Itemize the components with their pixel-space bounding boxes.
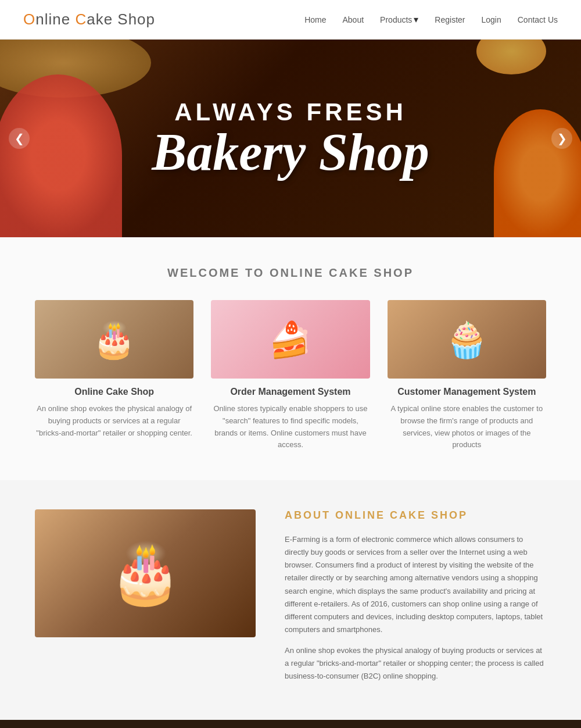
hero-content: ALWAYS FRESH Bakery Shop bbox=[152, 98, 429, 179]
nav-products-label[interactable]: Products bbox=[380, 15, 412, 24]
hero-next-button[interactable]: ❯ bbox=[551, 128, 572, 149]
welcome-title: WELCOME TO ONLINE CAKE SHOP bbox=[35, 266, 546, 280]
hero-banner: ❮ ALWAYS FRESH Bakery Shop ❯ bbox=[0, 40, 581, 237]
hero-prev-button[interactable]: ❮ bbox=[9, 128, 30, 149]
feature-desc-cake-shop: An online shop evokes the physical analo… bbox=[35, 403, 193, 439]
site-logo: Online Cake Shop bbox=[23, 10, 155, 28]
about-text-block: ABOUT ONLINE CAKE SHOP E-Farming is a fo… bbox=[285, 509, 546, 691]
hero-tagline: ALWAYS FRESH bbox=[152, 98, 429, 126]
nav-login[interactable]: Login bbox=[481, 15, 501, 24]
feature-card-cake-shop: Online Cake Shop An online shop evokes t… bbox=[35, 300, 193, 451]
chevron-down-icon: ▾ bbox=[414, 14, 418, 25]
features-grid: Online Cake Shop An online shop evokes t… bbox=[35, 300, 546, 451]
welcome-section: WELCOME TO ONLINE CAKE SHOP Online Cake … bbox=[0, 237, 581, 480]
feature-title-order-mgmt: Order Management System bbox=[211, 387, 370, 397]
about-paragraph-2: An online shop evokes the physical analo… bbox=[285, 644, 546, 683]
feature-image-cake-shop bbox=[35, 300, 193, 379]
about-title: ABOUT ONLINE CAKE SHOP bbox=[285, 509, 546, 522]
feature-desc-order-mgmt: Online stores typically enable shoppers … bbox=[211, 403, 370, 451]
about-paragraph-1: E-Farming is a form of electronic commer… bbox=[285, 533, 546, 636]
header: Online Cake Shop Home About Products ▾ R… bbox=[0, 0, 581, 40]
nav-register[interactable]: Register bbox=[435, 15, 465, 24]
about-section: ABOUT ONLINE CAKE SHOP E-Farming is a fo… bbox=[0, 480, 581, 720]
about-image bbox=[35, 509, 256, 637]
nav-contact[interactable]: Contact Us bbox=[518, 15, 558, 24]
feature-card-customer-mgmt: Customer Management System A typical onl… bbox=[388, 300, 546, 451]
feature-desc-customer-mgmt: A typical online store enables the custo… bbox=[388, 403, 546, 451]
feature-image-customer-mgmt bbox=[388, 300, 546, 379]
nav-products-dropdown[interactable]: Products ▾ bbox=[380, 14, 418, 25]
main-nav: Home About Products ▾ Register Login Con… bbox=[304, 14, 558, 25]
feature-title-customer-mgmt: Customer Management System bbox=[388, 387, 546, 397]
nav-about[interactable]: About bbox=[343, 15, 364, 24]
feature-image-order-mgmt bbox=[211, 300, 370, 379]
feature-title-cake-shop: Online Cake Shop bbox=[35, 387, 193, 397]
footer: CONTACT INFO 🏠 Address: No.XXXXXX street… bbox=[0, 720, 581, 728]
feature-card-order-mgmt: Order Management System Online stores ty… bbox=[211, 300, 370, 451]
hero-title: Bakery Shop bbox=[152, 126, 429, 179]
nav-home[interactable]: Home bbox=[304, 15, 326, 24]
